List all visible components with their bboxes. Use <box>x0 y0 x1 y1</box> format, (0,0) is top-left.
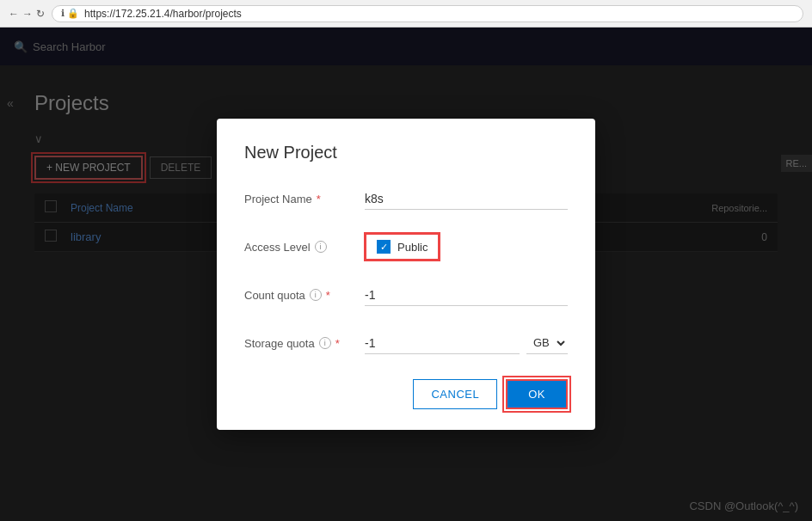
public-label: Public <box>397 241 428 254</box>
modal-overlay: New Project Project Name * Access Level … <box>0 28 812 521</box>
app-container: 🔍 Search Harbor « Projects ∨ + NEW PROJE… <box>0 28 812 521</box>
storage-quota-info-icon[interactable]: i <box>319 337 331 349</box>
project-name-label: Project Name * <box>244 193 365 205</box>
public-checkbox[interactable]: ✓ <box>377 240 391 254</box>
storage-quota-row: Storage quota i * GB MB TB <box>244 328 568 359</box>
dialog-title: New Project <box>244 143 568 162</box>
browser-nav-icons: ←→↻ <box>9 8 45 20</box>
count-quota-label: Count quota i * <box>244 289 365 302</box>
required-star: * <box>317 193 321 205</box>
access-level-label: Access Level i <box>244 241 365 254</box>
storage-quota-label: Storage quota i * <box>244 337 365 350</box>
project-name-row: Project Name * <box>244 183 568 214</box>
access-level-checkbox-box[interactable]: ✓ Public <box>365 233 440 260</box>
url-text: https://172.25.21.4/harbor/projects <box>84 8 242 20</box>
storage-unit-select[interactable]: GB MB TB <box>526 332 568 354</box>
checkmark-icon: ✓ <box>380 242 388 253</box>
count-quota-row: Count quota i * <box>244 279 568 310</box>
access-level-row: Access Level i ✓ Public <box>244 231 568 262</box>
dialog-buttons: CANCEL OK <box>244 379 568 409</box>
storage-quota-input[interactable] <box>365 333 520 354</box>
storage-input-row: GB MB TB <box>365 332 568 354</box>
project-name-input[interactable] <box>365 188 568 210</box>
count-quota-info-icon[interactable]: i <box>310 289 322 301</box>
ok-button[interactable]: OK <box>506 379 568 409</box>
count-quota-input[interactable] <box>365 285 568 306</box>
storage-quota-required: * <box>335 337 340 350</box>
address-bar[interactable]: ℹ 🔒 https://172.25.21.4/harbor/projects <box>52 5 803 22</box>
cancel-button[interactable]: CANCEL <box>413 379 497 409</box>
count-quota-required: * <box>326 289 330 302</box>
access-level-info-icon[interactable]: i <box>315 241 327 253</box>
new-project-dialog: New Project Project Name * Access Level … <box>217 119 595 430</box>
browser-bar: ←→↻ ℹ 🔒 https://172.25.21.4/harbor/proje… <box>0 0 812 28</box>
security-icon: ℹ 🔒 <box>61 8 79 19</box>
